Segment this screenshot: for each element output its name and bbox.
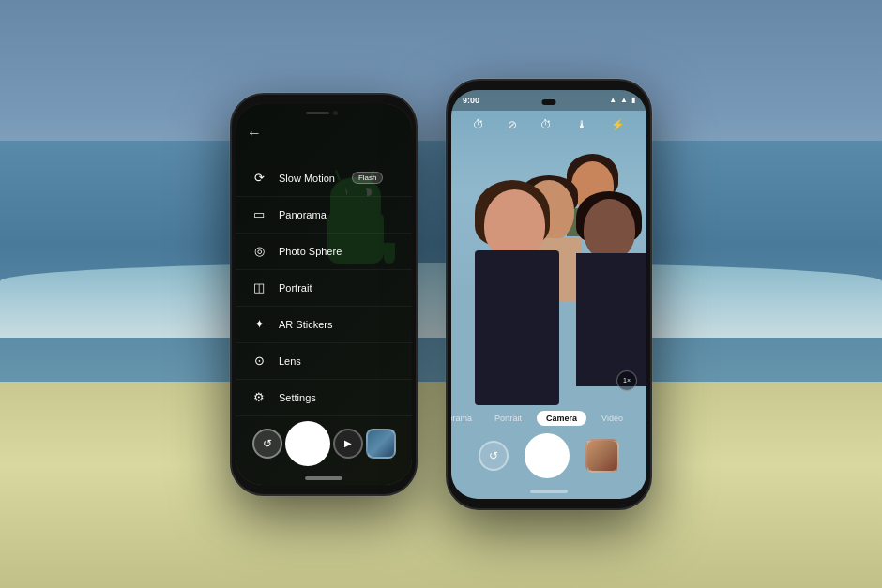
menu-item-panorama[interactable]: ▭ Panorama [236,197,412,234]
slow-motion-label: Slow Motion [279,173,335,184]
menu-back-button[interactable]: ← [247,125,262,142]
person-right [576,199,646,386]
countdown-icon[interactable]: ⏱ [540,118,552,131]
mode-tabs: Panorama Portrait Camera Video More [451,405,646,431]
phone-left-controls: ↺ ▶ [236,421,412,466]
flash-badge: Flash [352,172,384,184]
menu-item-slow-motion[interactable]: ⟳ Slow Motion Flash [236,160,412,197]
photo-sphere-icon: ◎ [251,243,267,260]
phone-right-controls: ↺ [451,433,646,478]
panorama-icon: ▭ [251,206,267,223]
phone-left-statusbar [236,104,412,123]
flip-icon: ↺ [263,437,272,450]
person-main-body [475,250,559,405]
timer-icon[interactable]: ⏱ [473,118,484,131]
panorama-label: Panorama [279,209,327,220]
menu-item-settings[interactable]: ⚙ Settings [236,380,412,416]
status-time: 9:00 [463,96,479,105]
signal-icon: ▲ [620,96,628,104]
menu-item-ar-stickers[interactable]: ✦ AR Stickers [236,307,412,343]
settings-label: Settings [279,392,316,403]
person-right-body [576,253,646,386]
phone-left: ← ⟳ Slow Motion Flash ▭ Panorama ◎ [230,93,418,496]
zoom-indicator[interactable]: 1× [616,370,637,391]
flip-camera-button-right[interactable]: ↺ [479,441,509,471]
tab-camera[interactable]: Camera [537,411,586,426]
person-right-face [584,199,635,260]
video-button[interactable]: ▶ [333,429,363,459]
shutter-button-right[interactable] [525,433,570,478]
lens-label: Lens [279,355,301,367]
phone-right: 9:00 ▲ ▲ ▮ ⏱ ⊘ ⏱ 🌡 ⚡ 1× Panor [446,79,652,510]
person-main [470,189,564,405]
menu-list: ⟳ Slow Motion Flash ▭ Panorama ◎ Photo S… [236,160,412,416]
menu-item-lens[interactable]: ⊙ Lens [236,343,412,380]
video-icon: ▶ [344,438,352,448]
photo-sphere-label: Photo Sphere [279,246,342,257]
slow-motion-icon: ⟳ [251,170,267,187]
temp-icon[interactable]: 🌡 [576,118,587,131]
camera-top-bar: ⏱ ⊘ ⏱ 🌡 ⚡ [451,111,646,139]
phones-container: ← ⟳ Slow Motion Flash ▭ Panorama ◎ [0,0,882,588]
tab-more[interactable]: More [638,411,646,426]
phone-left-camera-dot [333,111,338,115]
live-icon[interactable]: ⊘ [508,118,517,131]
portrait-label: Portrait [279,282,312,294]
tab-video[interactable]: Video [594,411,631,426]
phone-left-nav [236,476,412,480]
gallery-button-right[interactable] [585,439,619,473]
phone-left-speaker [306,112,329,114]
ar-stickers-icon: ✦ [251,316,267,333]
lens-icon: ⊙ [251,353,267,369]
phone-right-screen: 9:00 ▲ ▲ ▮ ⏱ ⊘ ⏱ 🌡 ⚡ 1× Panor [451,90,646,499]
settings-icon: ⚙ [251,389,267,406]
wifi-icon: ▲ [609,96,616,104]
gallery-button[interactable] [366,429,396,459]
ar-stickers-label: AR Stickers [279,319,332,330]
battery-icon: ▮ [631,96,635,104]
tab-portrait[interactable]: Portrait [487,411,529,426]
flash-icon[interactable]: ⚡ [611,118,625,131]
menu-item-portrait[interactable]: ◫ Portrait [236,270,412,307]
shutter-button[interactable] [285,421,330,466]
tab-panorama[interactable]: Panorama [451,411,479,426]
flip-icon-right: ↺ [489,449,498,462]
phone-right-nav [451,490,646,493]
person-main-face [484,189,545,260]
phone-right-notch [542,99,556,105]
flip-camera-button[interactable]: ↺ [252,429,282,459]
home-indicator-right [530,490,568,493]
home-indicator [305,476,342,480]
people-group [451,161,646,405]
back-icon: ← [247,125,262,141]
phone-left-screen: ← ⟳ Slow Motion Flash ▭ Panorama ◎ [236,104,412,485]
status-icons: ▲ ▲ ▮ [609,96,635,104]
portrait-icon: ◫ [251,279,267,296]
zoom-level: 1× [623,377,631,384]
menu-item-photo-sphere[interactable]: ◎ Photo Sphere [236,234,412,270]
